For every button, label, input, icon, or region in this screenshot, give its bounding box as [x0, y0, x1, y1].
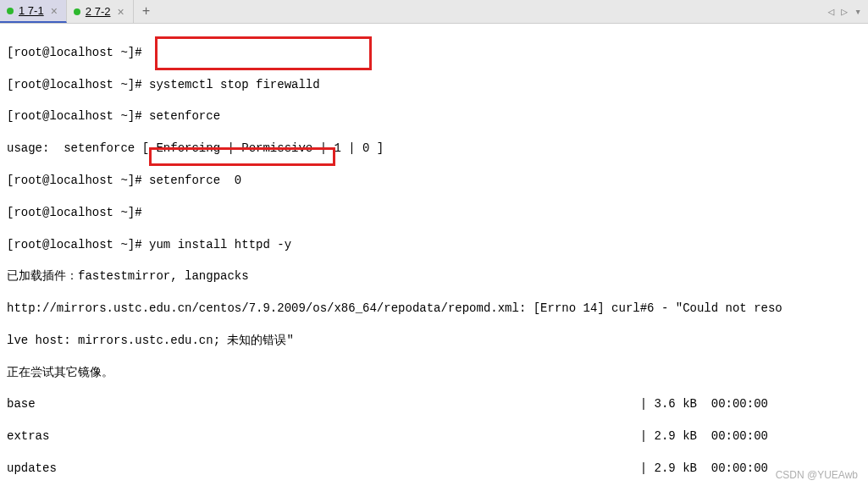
- tab-label: 2 7-2: [86, 5, 111, 18]
- add-tab-button[interactable]: +: [134, 0, 159, 23]
- terminal-line: [root@localhost ~]# setenforce 0: [7, 173, 861, 189]
- terminal-line: base | 3.6 kB 00:00:00: [7, 396, 861, 412]
- status-dot-icon: [74, 8, 80, 15]
- terminal-line: 正在尝试其它镜像。: [7, 365, 861, 381]
- tab-nav-controls: ◁ ▷ ▾: [821, 0, 868, 23]
- terminal-line: usage: setenforce [ Enforcing | Permissi…: [7, 141, 861, 157]
- tab-label: 1 7-1: [19, 4, 44, 17]
- close-icon[interactable]: ×: [49, 4, 59, 18]
- status-dot-icon: [7, 8, 14, 14]
- tab-bar: 1 7-1 × 2 7-2 × + ◁ ▷ ▾: [0, 0, 868, 24]
- nav-menu-icon[interactable]: ▾: [854, 5, 861, 19]
- terminal-line: http://mirrors.ustc.edu.cn/centos/7.9.20…: [7, 301, 861, 317]
- terminal-line: [root@localhost ~]# setenforce: [7, 108, 861, 124]
- nav-right-icon[interactable]: ▷: [841, 5, 848, 19]
- close-icon[interactable]: ×: [115, 5, 125, 19]
- terminal-line: [root@localhost ~]#: [7, 45, 861, 61]
- terminal-line: [root@localhost ~]# yum install httpd -y: [7, 237, 861, 253]
- terminal-line: 已加载插件：fastestmirror, langpacks: [7, 268, 861, 284]
- terminal-output[interactable]: [root@localhost ~]# [root@localhost ~]# …: [0, 24, 868, 486]
- terminal-line: lve host: mirrors.ustc.edu.cn; 未知的错误": [7, 333, 861, 349]
- nav-left-icon[interactable]: ◁: [828, 5, 835, 19]
- terminal-line: updates | 2.9 kB 00:00:00: [7, 461, 861, 477]
- terminal-line: extras | 2.9 kB 00:00:00: [7, 428, 861, 445]
- terminal-line: [root@localhost ~]#: [7, 205, 861, 221]
- tab-7-2[interactable]: 2 7-2 ×: [67, 0, 134, 23]
- terminal-line: [root@localhost ~]# systemctl stop firew…: [7, 77, 861, 93]
- tab-7-1[interactable]: 1 7-1 ×: [0, 0, 67, 23]
